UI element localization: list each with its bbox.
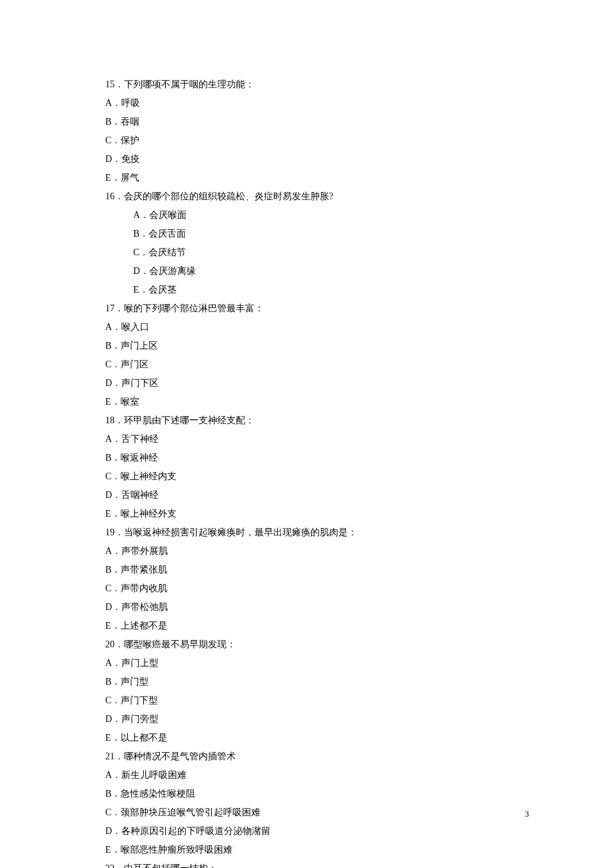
question-option: E．会厌茎	[105, 281, 532, 299]
question-stem: 15．下列哪项不属于咽的生理功能：	[105, 75, 532, 94]
question-stem: 18．环甲肌由下述哪一支神经支配：	[105, 411, 532, 430]
question-option: C．喉上神经内支	[105, 467, 532, 486]
question-option: D．免疫	[105, 150, 532, 169]
question-stem: 19．当喉返神经损害引起喉瘫痪时，最早出现瘫痪的肌肉是：	[105, 523, 532, 542]
question-option: E．喉部恶性肿瘤所致呼吸困难	[105, 841, 532, 859]
question-option: A．新生儿呼吸困难	[105, 766, 532, 785]
question-option: C．会厌结节	[105, 243, 532, 262]
question-option: A．呼吸	[105, 94, 532, 113]
question-stem: 20．哪型喉癌最不易早期发现：	[105, 635, 532, 654]
question-option: A．声门上型	[105, 654, 532, 673]
question-option: D．舌咽神经	[105, 486, 532, 505]
question-option: B．喉返神经	[105, 449, 532, 467]
page: 15．下列哪项不属于咽的生理功能：A．呼吸B．吞咽C．保护D．免疫E．屏气16．…	[0, 0, 613, 868]
question-option: B．声门型	[105, 673, 532, 691]
question-option: B．急性感染性喉梗阻	[105, 785, 532, 803]
question-option: C．颈部肿块压迫喉气管引起呼吸困难	[105, 803, 532, 822]
question-option: B．吞咽	[105, 113, 532, 131]
question-stem: 21．哪种情况不是气管内插管术	[105, 747, 532, 766]
question-option: C．保护	[105, 131, 532, 150]
question-option: E．喉室	[105, 393, 532, 411]
question-option: B．声带紧张肌	[105, 561, 532, 579]
question-stem: 22．中耳不包括哪一结构：	[105, 859, 532, 868]
question-stem: 17．喉的下列哪个部位淋巴管最丰富：	[105, 299, 532, 318]
question-option: E．以上都不是	[105, 729, 532, 747]
question-option: D．声门旁型	[105, 710, 532, 729]
question-stem: 16．会厌的哪个部位的组织较疏松、炎症时易发生肿胀?	[105, 187, 532, 206]
question-option: C．声门区	[105, 355, 532, 374]
question-option: E．屏气	[105, 169, 532, 187]
question-option: A．喉入口	[105, 318, 532, 337]
question-option: E．上述都不是	[105, 617, 532, 635]
question-option: B．会厌舌面	[105, 225, 532, 243]
question-option: A．舌下神经	[105, 430, 532, 449]
question-option: A．会厌喉面	[105, 206, 532, 225]
question-option: D．各种原因引起的下呼吸道分泌物潴留	[105, 822, 532, 841]
question-option: B．声门上区	[105, 337, 532, 355]
page-number: 3	[525, 805, 530, 823]
question-option: E．喉上神经外支	[105, 505, 532, 523]
question-list: 15．下列哪项不属于咽的生理功能：A．呼吸B．吞咽C．保护D．免疫E．屏气16．…	[105, 75, 532, 868]
question-option: D．声带松弛肌	[105, 598, 532, 617]
question-option: A．声带外展肌	[105, 542, 532, 561]
question-option: D．会厌游离缘	[105, 262, 532, 281]
question-option: D．声门下区	[105, 374, 532, 393]
question-option: C．声门下型	[105, 691, 532, 710]
question-option: C．声带内收肌	[105, 579, 532, 598]
